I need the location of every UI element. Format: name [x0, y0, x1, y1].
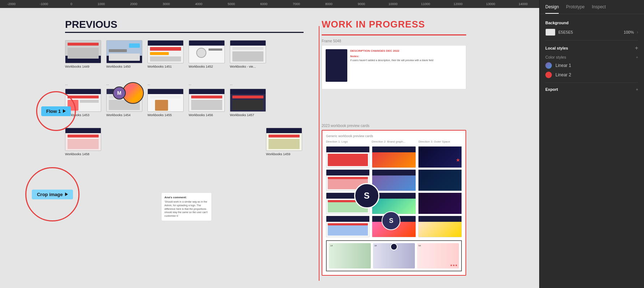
workbook-view[interactable]: Workbooks - vie... [230, 40, 266, 68]
wip-header-line [322, 34, 466, 35]
ruler-label: 0 [70, 2, 72, 6]
direction-label-3: Direction 3: Outer Space [418, 140, 450, 143]
wip-avatar-s2: S [382, 211, 400, 230]
ruler-label: 11000 [421, 2, 430, 6]
previous-section: PREVIOUS Workbooks 1449 W [65, 19, 318, 156]
ruler-label: 8000 [325, 2, 332, 6]
wip-avatar-s1: S [354, 183, 379, 208]
workbook-1457[interactable]: ··· Workbooks 1457 [230, 83, 266, 117]
panel-content: Background E5E5E5 100% › Local styles + … [540, 14, 644, 288]
color-styles-subsection: Color styles + Linear 1 Linear 2 [545, 55, 638, 78]
background-section-title: Background [545, 21, 638, 25]
ruler-label: 14000 [519, 2, 528, 6]
crop-badge[interactable]: Crop image [25, 167, 80, 221]
background-opacity: 100% [624, 30, 634, 34]
comment-bubble: Ana's comment: 'Should work in a similar… [161, 192, 212, 221]
wip-card2: Generic workbook preview cards Direction… [322, 130, 466, 276]
workbook-1450[interactable]: Workbooks 1450 [106, 40, 142, 68]
avatar-cluster: M [113, 82, 144, 104]
play-icon-crop [65, 192, 68, 196]
avatar-m: M [113, 86, 126, 99]
color-styles-add[interactable]: + [636, 55, 638, 59]
comment-text: 'Should work in a similar way as in the … [164, 200, 209, 218]
ruler: -2000 -1000 0 1000 2000 3000 4000 5000 6… [0, 0, 539, 8]
background-hex: E5E5E5 [558, 30, 621, 34]
flow-badge[interactable]: Flow 1 [36, 91, 76, 131]
workbook-label: Workbooks 1449 [65, 65, 101, 68]
flow-label: Flow 1 [46, 109, 61, 114]
wip-card2-inner-title: Generic workbook preview cards [326, 134, 462, 138]
workbook-label: Workbooks 1456 [189, 113, 225, 117]
ruler-label: 6000 [260, 2, 267, 6]
workbook-label: Workbooks 1455 [147, 113, 184, 117]
dots-menu: ··· [230, 83, 266, 86]
ruler-label: 4000 [195, 2, 202, 6]
ruler-label: 7000 [293, 2, 300, 6]
workbook-label: Workbooks 1459 [266, 152, 302, 156]
play-icon [63, 109, 66, 113]
expand-arrow[interactable]: › [637, 30, 638, 35]
color-style-linear2[interactable]: Linear 2 [545, 72, 638, 78]
export-add[interactable]: + [636, 87, 638, 92]
tab-prototype[interactable]: Prototype [566, 4, 584, 14]
panel-divider-2 [545, 82, 638, 83]
workbook-1451[interactable]: Workbooks 1451 [147, 40, 184, 68]
notes-label: Notes: [350, 55, 462, 58]
ruler-label: 9000 [358, 2, 365, 6]
linear2-label: Linear 2 [555, 72, 571, 77]
workbook-1449[interactable]: Workbooks 1449 [65, 40, 101, 68]
workbook-1458[interactable]: Workbooks 1458 [65, 128, 101, 156]
frame-label: Frame 5048 [322, 39, 466, 43]
local-styles-add[interactable]: + [635, 45, 638, 51]
ruler-label: -2000 [7, 2, 16, 6]
workbook-label: Workbooks 1450 [106, 65, 142, 68]
workbook-1456[interactable]: ··· Workbooks 1456 [189, 83, 225, 117]
ruler-label: 2000 [130, 2, 137, 6]
panel-tabs: Design Prototype Inspect [540, 0, 644, 14]
ruler-label: 12000 [454, 2, 463, 6]
direction-label-2: Direction 2: Brand graph... [372, 140, 405, 143]
workbook-label: Workbooks 1457 [230, 113, 266, 117]
background-row: E5E5E5 100% › [545, 29, 638, 36]
wip-section: WORK IN PROGRESS Frame 5048 DESCRIPTION … [322, 19, 466, 94]
export-section-title: Export + [545, 87, 638, 92]
dots-menu: ··· [189, 83, 225, 86]
previous-title: PREVIOUS [65, 19, 304, 33]
linear1-dot [545, 62, 552, 69]
workbook-1455[interactable]: ··· Workbooks 1455 [147, 83, 184, 117]
flow-button[interactable]: Flow 1 [41, 106, 71, 116]
crop-label: Crop image [37, 192, 63, 197]
frame-inner-label: DESCRIPTION CHANGES DEC 2022 [350, 49, 462, 52]
workbook-label: Workbooks - vie... [230, 65, 266, 68]
crop-button[interactable]: Crop image [32, 190, 73, 199]
crop-badge-circle: Crop image [25, 167, 80, 221]
workbook-label: Workbooks 1451 [147, 65, 184, 68]
workbook-label: Workbooks 1458 [65, 152, 101, 156]
workbook-1459[interactable]: Workbooks 1459 [266, 128, 302, 156]
linear1-label: Linear 1 [555, 63, 571, 68]
flow-badge-circle: Flow 1 [36, 91, 76, 131]
comment-author: Ana's comment: [164, 196, 209, 199]
wip-cards-title: 2023 workbook preview cards [322, 124, 466, 128]
workbook-label: Workbooks 1454 [106, 113, 142, 117]
ruler-label: 13000 [486, 2, 495, 6]
wip-cards-section: 2023 workbook preview cards Generic work… [322, 124, 466, 276]
linear2-dot [545, 72, 552, 78]
canvas-area[interactable]: PREVIOUS Workbooks 1449 W [0, 8, 539, 288]
ruler-label: 5000 [228, 2, 235, 6]
direction-label-1: Direction 1: Logo [326, 140, 348, 143]
color-style-linear1[interactable]: Linear 1 [545, 62, 638, 69]
workbook-label: Workbooks 1452 [189, 65, 225, 68]
workbook-1452[interactable]: Workbooks 1452 [189, 40, 225, 68]
wip-title: WORK IN PROGRESS [322, 19, 466, 30]
notes-text: If users haven't added a description, th… [350, 59, 462, 62]
section-divider [319, 26, 319, 281]
local-styles-title: Local styles + [545, 45, 638, 51]
tab-design[interactable]: Design [545, 4, 559, 14]
panel-divider [545, 40, 638, 41]
background-color-swatch[interactable] [545, 29, 555, 36]
tab-inspect[interactable]: Inspect [592, 4, 606, 14]
ruler-label: 3000 [163, 2, 170, 6]
ruler-label: 1000 [98, 2, 105, 6]
dots-menu: ··· [65, 83, 101, 86]
